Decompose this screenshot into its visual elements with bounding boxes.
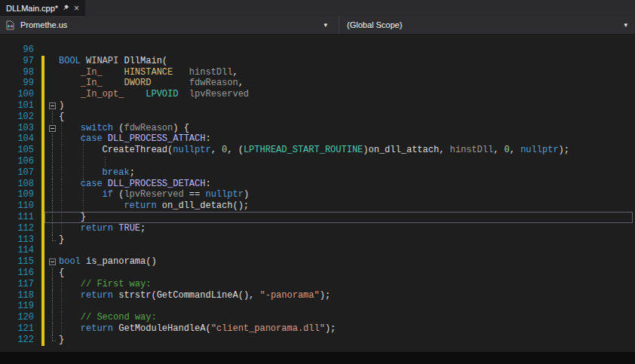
line-number[interactable]: 119 <box>0 301 34 312</box>
code-text: // First way: <box>59 279 635 290</box>
change-indicator <box>41 133 44 145</box>
line-number[interactable]: 112 <box>0 223 34 234</box>
code-line[interactable]: 109 if (lpvReserved == nullptr) <box>0 189 635 200</box>
code-token: GetModuleHandleA <box>118 323 205 334</box>
code-line[interactable]: 120 // Second way: <box>0 312 635 323</box>
line-number[interactable]: 111 <box>0 212 34 223</box>
fold-margin <box>46 212 59 223</box>
fold-margin[interactable] <box>46 123 59 134</box>
line-number[interactable]: 96 <box>0 44 34 56</box>
code-line[interactable]: 122} <box>0 335 635 346</box>
line-number[interactable]: 104 <box>0 133 34 145</box>
change-indicator <box>41 56 44 67</box>
code-line[interactable]: 121 return GetModuleHandleA("client_pano… <box>0 323 635 335</box>
line-number[interactable]: 99 <box>0 78 34 89</box>
line-number[interactable]: 118 <box>0 290 34 301</box>
line-number[interactable]: 110 <box>0 200 34 212</box>
change-indicator <box>41 167 44 179</box>
code-line[interactable]: 114 <box>0 245 635 256</box>
code-token <box>59 133 81 144</box>
code-token: () <box>146 256 156 267</box>
line-number[interactable]: 102 <box>0 112 34 123</box>
code-line[interactable]: 97BOOL WINAPI DllMain( <box>0 56 635 67</box>
line-number[interactable]: 116 <box>0 268 34 279</box>
code-line[interactable]: 104 case DLL_PROCESS_ATTACH: <box>0 133 635 145</box>
code-line[interactable]: 111 } <box>0 212 635 223</box>
code-line[interactable]: 101) <box>0 100 635 112</box>
project-dropdown[interactable]: Promethe.us ▾ <box>0 16 339 34</box>
code-editor[interactable]: 9697BOOL WINAPI DllMain(98 _In_ HINSTANC… <box>0 35 635 352</box>
code-line[interactable]: 102{ <box>0 112 635 123</box>
line-number[interactable]: 109 <box>0 189 34 200</box>
line-number[interactable]: 121 <box>0 323 34 335</box>
code-token: fdwReason <box>124 123 173 133</box>
code-line[interactable]: 118 return strstr(GetCommandLineA(), "-p… <box>0 290 635 301</box>
code-line[interactable]: 100 _In_opt_ LPVOID lpvReserved <box>0 89 635 100</box>
code-token: (); <box>232 200 249 211</box>
code-line[interactable]: 98 _In_ HINSTANCE hinstDll, <box>0 67 635 78</box>
code-token: , <box>232 67 238 78</box>
line-number[interactable]: 101 <box>0 100 34 112</box>
code-line[interactable]: 105 CreateThread(nullptr, 0, (LPTHREAD_S… <box>0 145 635 156</box>
code-line[interactable]: 110 return on_dll_detach(); <box>0 200 635 212</box>
code-line[interactable]: 106 <box>0 156 635 167</box>
change-indicator <box>41 78 44 89</box>
code-token <box>59 279 81 289</box>
line-number[interactable]: 97 <box>0 56 34 67</box>
code-token <box>59 312 81 323</box>
change-indicator <box>41 179 44 190</box>
line-number[interactable]: 98 <box>0 67 34 78</box>
code-token: ) <box>363 145 368 155</box>
fold-collapse-icon[interactable] <box>49 102 56 109</box>
line-number[interactable]: 103 <box>0 123 34 134</box>
code-token <box>59 145 103 155</box>
line-number[interactable]: 105 <box>0 145 34 156</box>
code-line[interactable]: 108 case DLL_PROCESS_DETACH: <box>0 179 635 190</box>
fold-margin[interactable] <box>46 256 59 268</box>
code-token <box>178 89 189 99</box>
tab-dllmain-cpp[interactable]: DLLMain.cpp* × <box>0 0 85 16</box>
line-number[interactable]: 122 <box>0 335 34 346</box>
code-line[interactable]: 116{ <box>0 268 635 279</box>
code-text: } <box>59 335 635 346</box>
code-text: return on_dll_detach(); <box>59 200 635 212</box>
code-line[interactable]: 115bool is_panorama() <box>0 256 635 268</box>
chevron-down-icon: ▾ <box>624 21 627 29</box>
horizontal-scrollbar[interactable] <box>0 352 635 364</box>
code-token <box>103 67 124 78</box>
line-number[interactable]: 117 <box>0 279 34 290</box>
close-icon[interactable]: × <box>74 4 79 13</box>
line-number[interactable]: 120 <box>0 312 34 323</box>
code-line[interactable]: 107 break; <box>0 167 635 179</box>
code-text: } <box>59 234 635 246</box>
code-text: case DLL_PROCESS_ATTACH: <box>59 133 635 145</box>
code-line[interactable]: 117 // First way: <box>0 279 635 290</box>
code-line[interactable]: 113} <box>0 234 635 246</box>
code-line[interactable]: 119 <box>0 301 635 312</box>
code-text: BOOL WINAPI DllMain( <box>59 56 635 67</box>
fold-margin <box>46 234 59 246</box>
code-line[interactable]: 103 switch (fdwReason) { <box>0 123 635 134</box>
line-number[interactable]: 106 <box>0 156 34 167</box>
code-token: nullptr <box>520 145 558 155</box>
line-number[interactable]: 113 <box>0 234 34 246</box>
code-token <box>59 323 81 334</box>
fold-collapse-icon[interactable] <box>49 125 56 132</box>
line-number[interactable]: 100 <box>0 89 34 100</box>
code-line[interactable]: 96 <box>0 44 635 56</box>
line-number[interactable]: 115 <box>0 256 34 268</box>
line-number[interactable]: 107 <box>0 167 34 179</box>
pin-icon[interactable] <box>63 5 69 11</box>
fold-margin[interactable] <box>46 100 59 112</box>
code-token: : <box>205 179 210 189</box>
tab-title: DLLMain.cpp* <box>6 4 58 13</box>
code-token: lpvReserved <box>124 189 183 200</box>
code-line[interactable]: 99 _In_ DWORD fdwReason, <box>0 78 635 89</box>
line-number[interactable]: 108 <box>0 179 34 190</box>
change-indicator <box>41 212 44 223</box>
code-line[interactable]: 112 return TRUE; <box>0 223 635 234</box>
line-number[interactable]: 114 <box>0 245 34 256</box>
scope-dropdown[interactable]: (Global Scope) ▾ <box>339 16 635 34</box>
fold-collapse-icon[interactable] <box>49 258 56 265</box>
code-token: ) <box>244 189 249 200</box>
